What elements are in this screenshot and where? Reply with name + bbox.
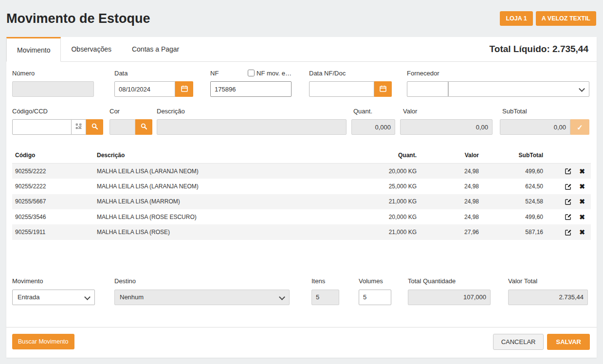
field-cor: Cor: [110, 107, 152, 135]
table-row: 90255/1911 MALHA LEILA LISA (ROSE) 21,00…: [12, 224, 591, 239]
delete-row-button[interactable]: ✖: [579, 214, 585, 220]
delete-x-icon: ✖: [579, 229, 585, 236]
fornecedor-select-wrap: [448, 81, 589, 97]
movimento-select[interactable]: Entrada: [12, 290, 95, 305]
buscar-movimento-button[interactable]: Buscar Movimento: [12, 334, 74, 349]
movimento-label: Movimento: [12, 277, 95, 285]
row-codigo: 90255/3546: [12, 209, 94, 224]
salvar-button[interactable]: SALVAR: [547, 334, 590, 350]
field-valor: Valor: [400, 107, 493, 135]
main-card: Movimento Observações Contas a Pagar Tot…: [6, 37, 597, 358]
field-descricao: Descrição: [157, 107, 347, 135]
row-actions: ✖: [546, 209, 591, 224]
row-subtotal: 587,16: [482, 224, 546, 239]
data-nf-doc-input[interactable]: [309, 81, 374, 97]
numero-input: [12, 81, 94, 97]
items-table-body: 90255/2222 MALHA LEILA LISA (LARANJA NEO…: [12, 164, 591, 240]
row-actions: ✖: [546, 194, 591, 209]
cor-search-button[interactable]: [135, 119, 152, 135]
row-quant: 21,000 KG: [347, 224, 420, 239]
delete-x-icon: ✖: [579, 183, 585, 190]
valor-input: [400, 119, 493, 135]
data-calendar-button[interactable]: [175, 81, 193, 97]
row-actions: ✖: [546, 164, 591, 179]
volumes-input[interactable]: [359, 290, 391, 305]
codigo-ccd-input[interactable]: [12, 119, 72, 135]
form-row-2: Código/CCD: [12, 107, 591, 135]
numero-label: Número: [12, 69, 94, 77]
subtotal-input: [500, 119, 570, 135]
field-numero: Número: [12, 69, 94, 97]
delete-row-button[interactable]: ✖: [579, 183, 585, 190]
store-button[interactable]: LOJA 1: [500, 11, 532, 26]
col-valor: Valor: [420, 147, 482, 164]
total-quantidade-input: [408, 290, 491, 305]
row-actions: ✖: [546, 224, 591, 239]
calendar-icon: [380, 85, 386, 93]
cor-input: [110, 119, 135, 135]
destino-select[interactable]: Nenhum: [114, 290, 290, 305]
card-footer: Buscar Movimento CANCELAR SALVAR: [6, 327, 597, 358]
row-quant: 20,000 KG: [347, 209, 420, 224]
col-descricao: Descrição: [94, 147, 347, 164]
fornecedor-select[interactable]: [448, 81, 589, 97]
itens-input: [311, 290, 339, 305]
tab-movimento[interactable]: Movimento: [6, 37, 61, 62]
header-buttons: LOJA 1 A VELOZ TEXTIL: [500, 11, 596, 26]
row-valor: 27,96: [420, 224, 482, 239]
volumes-label: Volumes: [359, 277, 391, 285]
row-valor: 24,98: [420, 194, 482, 209]
data-input[interactable]: [114, 81, 175, 97]
row-valor: 24,98: [420, 209, 482, 224]
edit-row-button[interactable]: [565, 229, 572, 236]
row-valor: 24,98: [420, 164, 482, 179]
nf-mov-checkbox-label[interactable]: NF mov. e…: [248, 70, 292, 77]
company-button[interactable]: A VELOZ TEXTIL: [536, 11, 596, 26]
codigo-ccd-search-button[interactable]: [86, 119, 103, 135]
edit-row-button[interactable]: [565, 183, 572, 190]
fornecedor-code-input[interactable]: [407, 81, 448, 97]
destino-select-wrap: Nenhum: [114, 290, 290, 305]
page: Movimento de Estoque LOJA 1 A VELOZ TEXT…: [0, 0, 603, 364]
row-subtotal: 524,58: [482, 194, 546, 209]
row-descricao: MALHA LEILA LISA (LARANJA NEOM): [94, 164, 347, 179]
valor-total-label: Valor Total: [508, 277, 588, 285]
field-movimento: Movimento Entrada: [12, 277, 95, 305]
edit-icon: [565, 229, 572, 236]
edit-icon: [565, 198, 572, 205]
field-subtotal: SubTotal ✓: [500, 107, 589, 135]
movimento-select-wrap: Entrada: [12, 290, 95, 305]
edit-icon: [565, 167, 572, 175]
nf-mov-checkbox-text: NF mov. e…: [256, 70, 292, 77]
delete-x-icon: ✖: [579, 214, 585, 220]
col-subtotal: SubTotal: [482, 147, 546, 164]
nf-label: NF: [210, 70, 219, 77]
tab-observacoes[interactable]: Observações: [61, 37, 121, 61]
edit-row-button[interactable]: [565, 213, 572, 220]
delete-row-button[interactable]: ✖: [579, 168, 585, 175]
delete-row-button[interactable]: ✖: [579, 229, 585, 236]
cancelar-button[interactable]: CANCELAR: [493, 334, 544, 350]
row-actions: ✖: [546, 179, 591, 194]
subtotal-confirm-button[interactable]: ✓: [570, 119, 589, 135]
summary-row: Movimento Entrada Destino Nenhum: [12, 277, 591, 305]
page-header: Movimento de Estoque LOJA 1 A VELOZ TEXT…: [0, 0, 603, 29]
nf-mov-checkbox[interactable]: [248, 70, 255, 76]
row-valor: 24,98: [420, 179, 482, 194]
col-quant: Quant.: [347, 147, 420, 164]
col-actions: [546, 147, 591, 164]
tab-contas-a-pagar[interactable]: Contas a Pagar: [122, 37, 189, 61]
destino-label: Destino: [114, 277, 290, 285]
codigo-ccd-qr-button[interactable]: [72, 119, 86, 135]
data-label: Data: [114, 69, 193, 77]
delete-row-button[interactable]: ✖: [579, 198, 585, 205]
field-total-quantidade: Total Quantidade: [408, 277, 491, 305]
delete-x-icon: ✖: [579, 198, 585, 205]
row-descricao: MALHA LEILA LISA (ROSE): [94, 224, 347, 239]
row-codigo: 90255/1911: [12, 224, 94, 239]
nf-input[interactable]: [210, 81, 292, 97]
edit-row-button[interactable]: [565, 198, 572, 205]
row-codigo: 90255/5667: [12, 194, 94, 209]
data-nf-doc-calendar-button[interactable]: [374, 81, 392, 97]
edit-row-button[interactable]: [565, 167, 572, 175]
